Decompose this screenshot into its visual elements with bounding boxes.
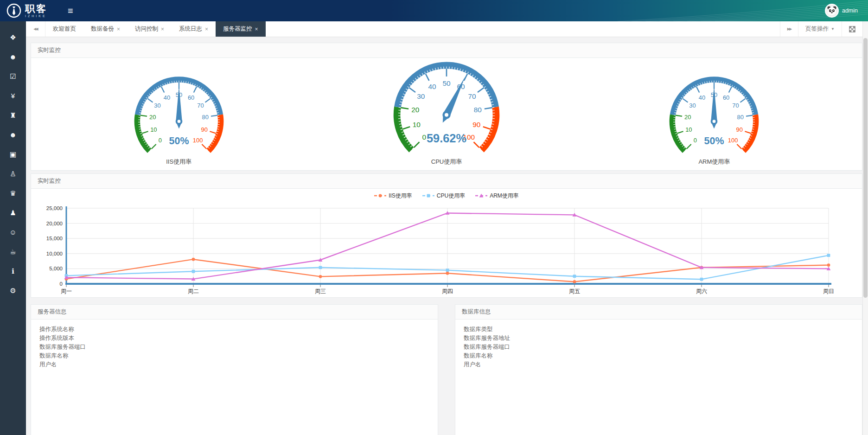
svg-text:20: 20 bbox=[149, 114, 156, 121]
user-group-icon: ☻ bbox=[9, 131, 17, 139]
svg-text:90: 90 bbox=[736, 126, 743, 133]
fullscreen-button[interactable] bbox=[842, 21, 862, 37]
svg-text:80: 80 bbox=[474, 106, 482, 114]
svg-text:70: 70 bbox=[733, 102, 739, 109]
legend-circle-icon bbox=[374, 193, 386, 198]
menu-toggle-icon[interactable]: ≡ bbox=[68, 0, 73, 21]
tab-3[interactable]: 系统日志× bbox=[172, 21, 216, 37]
sidebar-item-11[interactable]: ☕ bbox=[0, 244, 26, 259]
x-axis-label: 周一 bbox=[61, 288, 72, 294]
tab-close-icon[interactable]: × bbox=[117, 26, 120, 32]
tab-0[interactable]: 欢迎首页 bbox=[45, 21, 83, 37]
database-info-panel: 数据库信息 数据库类型数据库服务器地址数据库服务器端口数据库名称用户名 bbox=[455, 304, 862, 435]
server-info-item: 用户名 bbox=[39, 360, 429, 369]
app-logo[interactable]: 职客 IZHIKE bbox=[0, 3, 56, 18]
x-axis-label: 周三 bbox=[315, 288, 326, 294]
sidebar-item-4[interactable]: ♜ bbox=[0, 108, 26, 123]
sidebar-item-0[interactable]: ❖ bbox=[0, 30, 26, 45]
svg-text:90: 90 bbox=[201, 126, 207, 133]
sidebar-item-6[interactable]: ▣ bbox=[0, 147, 26, 162]
sidebar-item-5[interactable]: ☻ bbox=[0, 127, 26, 142]
open-tabs: 欢迎首页数据备份×访问控制×系统日志×服务器监控× bbox=[45, 21, 780, 37]
sidebar-item-8[interactable]: ♛ bbox=[0, 186, 26, 201]
realtime-gauges-panel: 实时监控 010203040506070809010050%IIS使用率0102… bbox=[31, 43, 862, 171]
page-scrollbar[interactable] bbox=[862, 21, 868, 435]
tab-close-icon[interactable]: × bbox=[255, 26, 258, 32]
chart-panel-title: 实时监控 bbox=[31, 174, 862, 189]
tab-label: 数据备份 bbox=[91, 25, 114, 33]
briefcase-icon: ▣ bbox=[10, 150, 16, 159]
svg-text:20,000: 20,000 bbox=[46, 221, 63, 226]
svg-text:30: 30 bbox=[154, 102, 160, 109]
cogs-icon: ⚙ bbox=[10, 287, 16, 295]
tab-label: 访问控制 bbox=[135, 25, 158, 33]
svg-text:40: 40 bbox=[163, 94, 170, 101]
svg-text:25,000: 25,000 bbox=[46, 205, 63, 211]
tabs-scroll-left-icon[interactable]: ◀◀ bbox=[26, 21, 45, 37]
tab-operations-dropdown[interactable]: 页签操作 ▼ bbox=[798, 21, 842, 37]
tab-close-icon[interactable]: × bbox=[205, 26, 208, 32]
svg-text:20: 20 bbox=[411, 106, 419, 114]
sidebar-item-1[interactable]: ☻ bbox=[0, 49, 26, 64]
svg-text:80: 80 bbox=[202, 114, 208, 121]
legend-square-icon bbox=[422, 193, 434, 198]
tab-bar: ◀◀ 欢迎首页数据备份×访问控制×系统日志×服务器监控× ▶▶ 页签操作 ▼ bbox=[26, 21, 862, 37]
tab-4[interactable]: 服务器监控× bbox=[216, 21, 266, 37]
sidebar-item-9[interactable]: ♟ bbox=[0, 205, 26, 220]
svg-text:40: 40 bbox=[699, 94, 705, 101]
sidebar-nav: ❖☻☑¥♜☻▣♙♛♟☺☕ℹ⚙ bbox=[0, 21, 26, 435]
svg-text:50: 50 bbox=[442, 79, 450, 87]
database-info-item: 数据库服务器地址 bbox=[464, 334, 854, 343]
main-content: 实时监控 010203040506070809010050%IIS使用率0102… bbox=[26, 37, 862, 435]
tab-close-icon[interactable]: × bbox=[161, 26, 164, 32]
sidebar-item-13[interactable]: ⚙ bbox=[0, 283, 26, 298]
street-view-icon: ♙ bbox=[10, 170, 16, 178]
legend-item[interactable]: CPU使用率 bbox=[422, 192, 465, 200]
server-info-list: 操作系统名称操作系统版本数据库服务器端口数据库名称用户名 bbox=[31, 320, 438, 375]
svg-text:0: 0 bbox=[694, 137, 697, 144]
tab-1[interactable]: 数据备份× bbox=[83, 21, 128, 37]
svg-text:5,000: 5,000 bbox=[49, 266, 63, 271]
database-info-item: 数据库服务器端口 bbox=[464, 343, 854, 352]
gauge-2: 010203040506070809010050%ARM使用率 bbox=[581, 69, 848, 171]
legend-item[interactable]: ARM使用率 bbox=[475, 192, 519, 200]
tab-operations-label: 页签操作 bbox=[805, 25, 829, 33]
app-title: 职客 bbox=[25, 4, 47, 13]
legend-item[interactable]: IIS使用率 bbox=[374, 192, 412, 200]
gauge-title: CPU使用率 bbox=[431, 158, 462, 166]
chart-legend: IIS使用率CPU使用率ARM使用率 bbox=[31, 189, 862, 203]
database-info-item: 用户名 bbox=[464, 360, 854, 369]
x-axis-label: 周五 bbox=[569, 288, 580, 294]
svg-text:10: 10 bbox=[150, 126, 157, 133]
svg-text:90: 90 bbox=[472, 121, 480, 128]
svg-text:15,000: 15,000 bbox=[46, 236, 63, 241]
gauge-value: 50% bbox=[169, 135, 189, 147]
trophy-icon: ☕ bbox=[10, 248, 16, 256]
legend-triangle-icon bbox=[475, 193, 487, 198]
x-axis-label: 周六 bbox=[696, 288, 707, 294]
tab-2[interactable]: 访问控制× bbox=[128, 21, 172, 37]
gauge-title: ARM使用率 bbox=[698, 158, 730, 166]
legend-label: CPU使用率 bbox=[437, 192, 465, 200]
tab-label: 欢迎首页 bbox=[53, 25, 76, 33]
tabs-scroll-right-icon[interactable]: ▶▶ bbox=[780, 21, 798, 37]
legend-label: ARM使用率 bbox=[490, 192, 519, 200]
sidebar-item-10[interactable]: ☺ bbox=[0, 224, 26, 240]
x-axis-label: 周二 bbox=[188, 288, 199, 294]
realtime-chart-panel: 实时监控 IIS使用率CPU使用率ARM使用率 05,00010,00015,0… bbox=[31, 173, 862, 298]
sidebar-item-7[interactable]: ♙ bbox=[0, 166, 26, 181]
gauge-1: 010203040506070809010059.62%CPU使用率 bbox=[313, 53, 580, 171]
sidebar-item-12[interactable]: ℹ bbox=[0, 263, 26, 279]
info-icon: ℹ bbox=[12, 267, 14, 275]
svg-text:20: 20 bbox=[684, 114, 691, 121]
svg-text:0: 0 bbox=[60, 281, 63, 287]
user-menu[interactable]: admin bbox=[825, 4, 868, 18]
svg-text:30: 30 bbox=[689, 102, 696, 109]
scrollbar-thumb[interactable] bbox=[863, 38, 868, 298]
sidebar-item-2[interactable]: ☑ bbox=[0, 69, 26, 84]
yen-icon: ¥ bbox=[11, 92, 15, 100]
server-info-panel: 服务器信息 操作系统名称操作系统版本数据库服务器端口数据库名称用户名 bbox=[31, 304, 438, 435]
server-info-item: 数据库名称 bbox=[39, 352, 429, 360]
database-info-title: 数据库信息 bbox=[455, 305, 862, 320]
sidebar-item-3[interactable]: ¥ bbox=[0, 88, 26, 103]
